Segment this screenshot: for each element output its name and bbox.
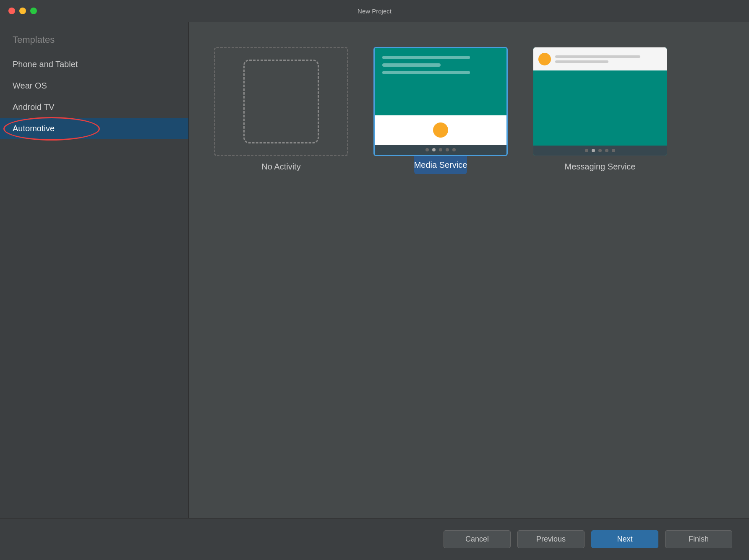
no-activity-label: No Activity [261, 156, 300, 176]
messaging-dot-5 [612, 149, 615, 152]
previous-button[interactable]: Previous [517, 530, 585, 548]
no-activity-dashed-box [243, 60, 319, 143]
media-line-1 [382, 56, 470, 59]
messaging-dot-2 [592, 149, 595, 152]
sidebar-item-automotive[interactable]: Automotive [0, 118, 188, 139]
finish-button[interactable]: Finish [665, 530, 732, 548]
sidebar-item-automotive-label: Automotive [13, 124, 55, 133]
main-content: Templates Phone and Tablet Wear OS Andro… [0, 22, 749, 518]
sidebar-items: Phone and Tablet Wear OS Android TV Auto… [0, 54, 188, 139]
sidebar-header: Templates [0, 22, 188, 54]
sidebar-item-phone-tablet-label: Phone and Tablet [13, 60, 78, 69]
sidebar-item-wear-os-label: Wear OS [13, 81, 47, 90]
messaging-line-1 [555, 55, 640, 58]
sidebar: Templates Phone and Tablet Wear OS Andro… [0, 22, 189, 518]
media-dot-4 [446, 148, 449, 151]
messaging-service-preview [533, 47, 667, 156]
template-card-messaging-service[interactable]: Messaging Service [533, 47, 667, 176]
messaging-dot-1 [585, 149, 588, 152]
sidebar-item-android-tv-label: Android TV [13, 102, 55, 112]
media-preview-bottom [375, 115, 506, 145]
messaging-preview-content [533, 47, 667, 156]
messaging-avatar [538, 53, 551, 65]
sidebar-item-android-tv[interactable]: Android TV [0, 96, 188, 118]
messaging-service-label: Messaging Service [565, 156, 636, 176]
media-line-3 [382, 71, 470, 74]
minimize-button[interactable] [19, 8, 26, 14]
traffic-lights [8, 8, 37, 14]
media-service-preview [373, 47, 508, 156]
media-dot-5 [452, 148, 456, 151]
template-card-no-activity[interactable]: No Activity [214, 47, 348, 176]
messaging-preview-header [533, 47, 667, 70]
media-play-button [433, 122, 448, 138]
sidebar-item-wear-os[interactable]: Wear OS [0, 75, 188, 96]
no-activity-preview [214, 47, 348, 156]
messaging-line-2 [555, 60, 608, 63]
content-area: No Activity [189, 22, 749, 518]
media-dot-1 [425, 148, 429, 151]
footer: Cancel Previous Next Finish [0, 518, 749, 560]
messaging-dot-4 [605, 149, 608, 152]
media-preview-content [375, 48, 506, 155]
cancel-button[interactable]: Cancel [444, 530, 511, 548]
template-card-media-service[interactable]: Media Service [373, 47, 508, 174]
messaging-body [533, 70, 667, 146]
next-button[interactable]: Next [591, 530, 658, 548]
media-preview-top [375, 48, 506, 115]
media-service-label: Media Service [414, 160, 467, 170]
title-bar: New Project [0, 0, 749, 22]
templates-grid: No Activity [189, 22, 749, 518]
media-line-2 [382, 63, 441, 67]
sidebar-item-phone-tablet[interactable]: Phone and Tablet [0, 54, 188, 75]
sidebar-header-label: Templates [13, 34, 55, 45]
messaging-dots [533, 146, 667, 156]
media-dot-2 [432, 148, 436, 151]
window-title: New Project [358, 8, 391, 15]
close-button[interactable] [8, 8, 15, 14]
messaging-dot-3 [598, 149, 602, 152]
media-dots [375, 145, 506, 155]
media-dot-3 [439, 148, 442, 151]
maximize-button[interactable] [30, 8, 37, 14]
messaging-header-lines [555, 55, 662, 63]
